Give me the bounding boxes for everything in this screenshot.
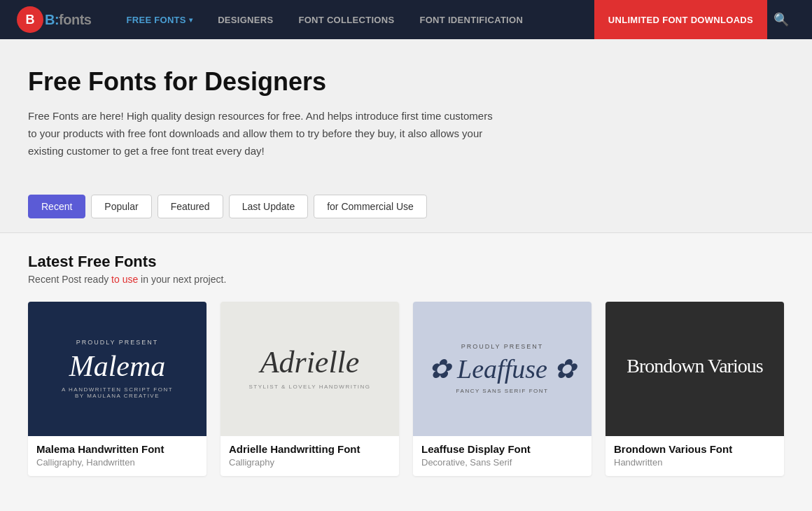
font-name-malema: Malema Handwritten Font bbox=[36, 443, 198, 455]
font-card-brondown[interactable]: Brondown Various Brondown Various Font H… bbox=[606, 302, 784, 475]
navbar: B B:fonts FREE FONTS ▾ DESIGNERS FONT CO… bbox=[0, 0, 812, 39]
filter-tabs: Recent Popular Featured Last Update for … bbox=[28, 195, 784, 232]
hero-section: Free Fonts for Designers Free Fonts are … bbox=[0, 39, 812, 181]
filter-tab-last-update[interactable]: Last Update bbox=[229, 195, 309, 218]
font-card-adrielle[interactable]: Adrielle STYLIST & LOVELY HANDWRITING Ad… bbox=[220, 302, 399, 475]
filter-section: Recent Popular Featured Last Update for … bbox=[0, 181, 812, 233]
card-subtitle-adrielle: STYLIST & LOVELY HANDWRITING bbox=[248, 384, 370, 390]
hero-description: Free Fonts are here! High quality design… bbox=[28, 108, 504, 160]
nav-link-free-fonts[interactable]: FREE FONTS ▾ bbox=[114, 0, 206, 39]
filter-tab-commercial[interactable]: for Commercial Use bbox=[314, 195, 427, 218]
nav-links: FREE FONTS ▾ DESIGNERS FONT COLLECTIONS … bbox=[114, 0, 594, 39]
search-icon[interactable]: 🔍 bbox=[767, 0, 795, 39]
section-title: Latest Free Fonts bbox=[28, 253, 784, 271]
hero-title: Free Fonts for Designers bbox=[28, 67, 784, 97]
font-category-adrielle: Calligraphy bbox=[229, 457, 391, 468]
card-font-name-leaffuse: ✿ Leaffuse ✿ bbox=[428, 356, 577, 382]
font-name-leaffuse: Leaffuse Display Font bbox=[421, 443, 583, 455]
unlimited-downloads-button[interactable]: UNLIMITED FONT DOWNLOADS bbox=[594, 0, 767, 39]
font-category-leaffuse: Decorative, Sans Serif bbox=[421, 457, 583, 468]
logo-text: B:fonts bbox=[45, 12, 92, 28]
card-subtitle-malema: A HANDWRITTEN SCRIPT FONTBY MAULANA CREA… bbox=[62, 386, 173, 399]
font-category-brondown: Handwritten bbox=[614, 457, 776, 468]
filter-tab-featured[interactable]: Featured bbox=[158, 195, 223, 218]
filter-tab-popular[interactable]: Popular bbox=[91, 195, 151, 218]
font-category-malema: Calligraphy, Handwritten bbox=[36, 457, 198, 468]
font-grid: PROUDLY PRESENT Malema A HANDWRITTEN SCR… bbox=[28, 302, 784, 475]
font-card-info-brondown: Brondown Various Font Handwritten bbox=[606, 436, 784, 476]
main-content: Latest Free Fonts Recent Post ready to u… bbox=[0, 233, 812, 503]
font-card-leaffuse[interactable]: PROUDLY PRESENT ✿ Leaffuse ✿ FANCY SANS … bbox=[413, 302, 592, 475]
filter-tab-recent[interactable]: Recent bbox=[28, 195, 85, 218]
font-name-adrielle: Adrielle Handwritting Font bbox=[229, 443, 391, 455]
card-font-name-brondown: Brondown Various bbox=[626, 356, 762, 376]
nav-link-font-collections[interactable]: FONT COLLECTIONS bbox=[286, 0, 407, 39]
font-card-info-malema: Malema Handwritten Font Calligraphy, Han… bbox=[28, 436, 206, 476]
use-link[interactable]: to use bbox=[111, 274, 138, 285]
nav-link-font-identification[interactable]: FONT IDENTIFICATION bbox=[407, 0, 536, 39]
font-card-info-adrielle: Adrielle Handwritting Font Calligraphy bbox=[220, 436, 399, 476]
card-font-name-malema: Malema bbox=[69, 351, 166, 381]
chevron-down-icon: ▾ bbox=[189, 16, 192, 24]
card-font-name-adrielle: Adrielle bbox=[260, 347, 360, 378]
card-proudly-malema: PROUDLY PRESENT bbox=[76, 339, 159, 346]
card-subtitle-leaffuse: FANCY SANS SERIF FONT bbox=[456, 388, 549, 394]
logo-icon: B bbox=[17, 6, 43, 33]
font-card-info-leaffuse: Leaffuse Display Font Decorative, Sans S… bbox=[413, 436, 592, 476]
font-card-malema[interactable]: PROUDLY PRESENT Malema A HANDWRITTEN SCR… bbox=[28, 302, 206, 475]
logo[interactable]: B B:fonts bbox=[17, 6, 92, 33]
card-proudly-leaffuse: PROUDLY PRESENT bbox=[461, 343, 544, 350]
nav-link-designers[interactable]: DESIGNERS bbox=[205, 0, 286, 39]
font-name-brondown: Brondown Various Font bbox=[614, 443, 776, 455]
section-subtitle: Recent Post ready to use in your next pr… bbox=[28, 274, 784, 285]
